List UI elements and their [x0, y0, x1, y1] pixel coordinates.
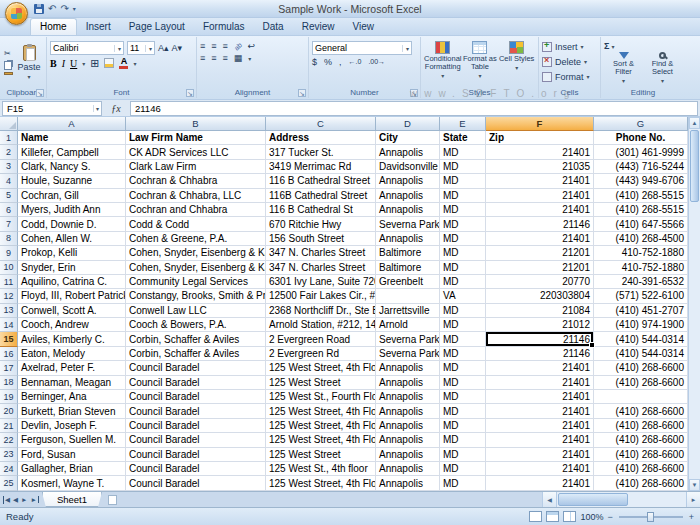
cell-C20[interactable]: 125 West Street, 4th Floor: [266, 404, 376, 418]
cell-B24[interactable]: Council Baradel: [126, 462, 266, 476]
cell-G3[interactable]: (443) 716-5244: [594, 160, 688, 174]
column-header-B[interactable]: B: [126, 117, 266, 131]
cell-D17[interactable]: Annapolis: [376, 361, 440, 375]
cell-G12[interactable]: (571) 522-6100: [594, 289, 688, 303]
cell-D13[interactable]: Jarrettsville: [376, 304, 440, 318]
cell-C11[interactable]: 6301 Ivy Lane, Suite 720: [266, 275, 376, 289]
align-center-icon[interactable]: ≡: [211, 53, 216, 63]
font-size-combo[interactable]: 11 ▾: [127, 41, 155, 55]
cell-B6[interactable]: Cochran and Chhabra: [126, 203, 266, 217]
cell-D19[interactable]: Annapolis: [376, 390, 440, 404]
cell-E1[interactable]: State: [440, 131, 486, 145]
font-color-icon[interactable]: A: [119, 57, 128, 69]
cell-E10[interactable]: MD: [440, 261, 486, 275]
cell-F16[interactable]: 21146: [486, 347, 594, 361]
vertical-scroll-thumb[interactable]: [690, 130, 699, 202]
row-header-7[interactable]: 7: [0, 217, 18, 231]
cell-F19[interactable]: 21401: [486, 390, 594, 404]
cell-E12[interactable]: VA: [440, 289, 486, 303]
cell-C10[interactable]: 347 N. Charles Street: [266, 261, 376, 275]
cell-F24[interactable]: 21401: [486, 462, 594, 476]
cell-D7[interactable]: Severna Park: [376, 217, 440, 231]
tab-view[interactable]: View: [343, 19, 383, 35]
cell-E4[interactable]: MD: [440, 174, 486, 188]
cell-C14[interactable]: Arnold Station, #212, 146: [266, 318, 376, 332]
cell-G17[interactable]: (410) 268-6600: [594, 361, 688, 375]
cell-E21[interactable]: MD: [440, 419, 486, 433]
name-box[interactable]: F15 ▾: [2, 101, 102, 116]
cell-D11[interactable]: Greenbelt: [376, 275, 440, 289]
row-header-10[interactable]: 10: [0, 261, 18, 275]
cell-E18[interactable]: MD: [440, 376, 486, 390]
cell-D1[interactable]: City: [376, 131, 440, 145]
cell-C25[interactable]: 125 West Street, 4th Floor: [266, 476, 376, 490]
font-dialog-launcher[interactable]: ↘: [186, 89, 194, 97]
cell-C21[interactable]: 125 West Street, 4th Floor: [266, 419, 376, 433]
row-header-18[interactable]: 18: [0, 376, 18, 390]
font-name-combo[interactable]: Calibri ▾: [50, 41, 124, 55]
zoom-slider-thumb[interactable]: [647, 512, 654, 522]
shrink-font-icon[interactable]: A▾: [172, 43, 183, 53]
horizontal-scrollbar[interactable]: ◀ ►: [542, 492, 700, 507]
row-header-23[interactable]: 23: [0, 448, 18, 462]
merge-dropdown-icon[interactable]: ▾: [248, 55, 251, 62]
cell-D23[interactable]: Annapolis: [376, 448, 440, 462]
number-format-dropdown-icon[interactable]: ▾: [402, 45, 409, 52]
cell-A10[interactable]: Snyder, Erin: [18, 261, 126, 275]
cell-D9[interactable]: Baltimore: [376, 246, 440, 260]
cell-B1[interactable]: Law Firm Name: [126, 131, 266, 145]
cell-E23[interactable]: MD: [440, 448, 486, 462]
italic-button[interactable]: I: [62, 58, 65, 69]
conditional-formatting-button[interactable]: Conditional Formatting ▾: [424, 39, 462, 85]
cell-A23[interactable]: Ford, Susan: [18, 448, 126, 462]
cell-A19[interactable]: Berninger, Ana: [18, 390, 126, 404]
grow-font-icon[interactable]: A▴: [158, 43, 169, 53]
cell-C12[interactable]: 12500 Fair Lakes Cir., #30: [266, 289, 376, 303]
cell-C6[interactable]: 116 B Cathedral St: [266, 203, 376, 217]
row-header-20[interactable]: 20: [0, 404, 18, 418]
cell-A3[interactable]: Clark, Nancy S.: [18, 160, 126, 174]
cell-F15[interactable]: 21146: [486, 332, 594, 346]
decrease-decimal-icon[interactable]: .00→: [368, 57, 385, 67]
cell-G25[interactable]: (410) 268-6600: [594, 476, 688, 490]
normal-view-icon[interactable]: [529, 511, 542, 522]
wrap-text-icon[interactable]: ↩: [248, 41, 256, 51]
cell-D4[interactable]: Annapolis: [376, 174, 440, 188]
cell-D3[interactable]: Davidsonville: [376, 160, 440, 174]
cell-C8[interactable]: 156 South Street: [266, 232, 376, 246]
cell-A18[interactable]: Bennaman, Meagan: [18, 376, 126, 390]
autosum-icon[interactable]: Σ: [604, 41, 609, 51]
cell-B18[interactable]: Council Baradel: [126, 376, 266, 390]
percent-style-icon[interactable]: %: [324, 57, 332, 67]
cell-A24[interactable]: Gallagher, Brian: [18, 462, 126, 476]
tab-review[interactable]: Review: [293, 19, 344, 35]
bold-button[interactable]: B: [50, 58, 57, 69]
row-header-2[interactable]: 2: [0, 145, 18, 159]
cell-D20[interactable]: Annapolis: [376, 404, 440, 418]
cell-A12[interactable]: Floyd, III, Robert Patrick: [18, 289, 126, 303]
underline-dropdown-icon[interactable]: ▾: [82, 60, 85, 67]
cell-F11[interactable]: 20770: [486, 275, 594, 289]
cell-B4[interactable]: Cochran & Chhabra: [126, 174, 266, 188]
row-header-8[interactable]: 8: [0, 232, 18, 246]
cell-D16[interactable]: Severna Park: [376, 347, 440, 361]
row-header-11[interactable]: 11: [0, 275, 18, 289]
cell-E9[interactable]: MD: [440, 246, 486, 260]
cell-F22[interactable]: 21401: [486, 433, 594, 447]
fill-color-icon[interactable]: [104, 58, 114, 68]
cell-G6[interactable]: (410) 268-5515: [594, 203, 688, 217]
cell-B16[interactable]: Corbin, Schaffer & Aviles: [126, 347, 266, 361]
last-sheet-icon[interactable]: ►: [30, 496, 38, 503]
cell-D14[interactable]: Arnold: [376, 318, 440, 332]
row-header-15[interactable]: 15: [0, 332, 18, 346]
underline-button[interactable]: U: [70, 58, 77, 69]
cell-A14[interactable]: Cooch, Andrew: [18, 318, 126, 332]
cell-E14[interactable]: MD: [440, 318, 486, 332]
cell-E3[interactable]: MD: [440, 160, 486, 174]
name-box-dropdown-icon[interactable]: ▾: [93, 105, 101, 112]
page-break-view-icon[interactable]: [563, 511, 576, 522]
format-cells-button[interactable]: Format ▾: [542, 69, 597, 84]
cell-G22[interactable]: (410) 268-6600: [594, 433, 688, 447]
column-header-D[interactable]: D: [376, 117, 440, 131]
align-right-icon[interactable]: ≡: [223, 53, 228, 63]
